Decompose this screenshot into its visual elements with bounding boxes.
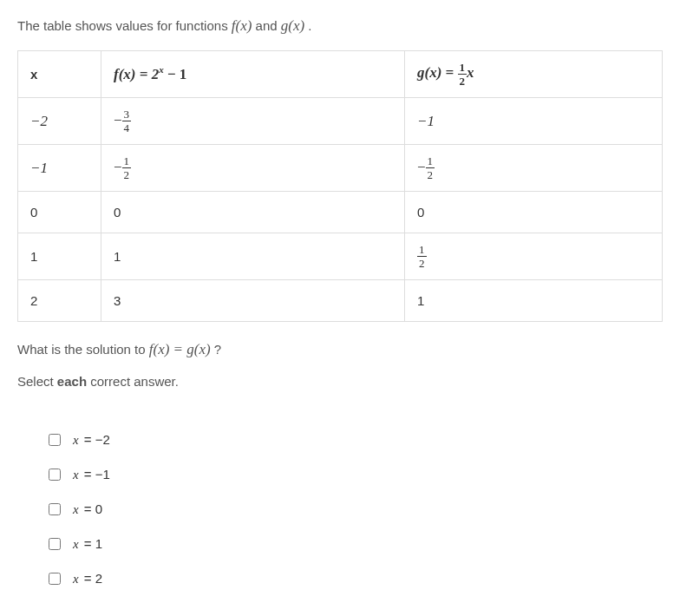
choice-option: x = −1 xyxy=(49,467,663,482)
cell-g: 12 xyxy=(405,233,663,280)
choice-checkbox[interactable] xyxy=(49,503,61,515)
math-gx: g(x) xyxy=(281,17,304,34)
choice-label: x = −2 xyxy=(73,432,110,448)
cell-g: 0 xyxy=(405,192,663,233)
table-row: 2 3 1 xyxy=(18,280,663,322)
choice-option: x = 1 xyxy=(49,536,663,552)
cell-f: 0 xyxy=(101,192,405,233)
cell-x: 1 xyxy=(18,233,101,280)
cell-g: −1 xyxy=(405,98,663,145)
choice-label: x = 0 xyxy=(73,501,102,517)
choice-label: x = −1 xyxy=(73,467,110,482)
table-row: −2 −34 −1 xyxy=(18,98,663,145)
choice-label: x = 1 xyxy=(73,536,102,552)
header-x: x xyxy=(18,51,101,98)
choice-option: x = 0 xyxy=(49,501,663,517)
math-eq: f(x) = g(x) xyxy=(149,341,211,357)
choice-checkbox[interactable] xyxy=(49,469,61,481)
instruction-text: Select each correct answer. xyxy=(17,374,663,389)
cell-x: −1 xyxy=(18,145,101,192)
choice-option: x = 2 xyxy=(49,571,663,587)
math-fx: f(x) xyxy=(232,17,252,34)
intro-text: The table shows values for functions f(x… xyxy=(17,17,663,35)
cell-f: 1 xyxy=(101,233,405,280)
choice-label: x = 2 xyxy=(73,571,102,587)
cell-f: −34 xyxy=(101,98,405,145)
header-fx: f(x) = 2x − 1 xyxy=(101,51,405,98)
cell-f: 3 xyxy=(101,280,405,322)
table-row: −1 −12 −12 xyxy=(18,145,663,192)
question-text: What is the solution to f(x) = g(x) ? xyxy=(17,341,663,358)
values-table: x f(x) = 2x − 1 g(x) = 12x −2 −34 −1 −1 … xyxy=(17,50,663,322)
cell-x: 2 xyxy=(18,280,101,322)
cell-x: −2 xyxy=(18,98,101,145)
choice-option: x = −2 xyxy=(49,432,663,448)
choices-group: x = −2 x = −1 x = 0 x = 1 x = 2 xyxy=(17,432,663,587)
cell-f: −12 xyxy=(101,145,405,192)
cell-x: 0 xyxy=(18,192,101,233)
choice-checkbox[interactable] xyxy=(49,573,61,585)
table-row: 1 1 12 xyxy=(18,233,663,280)
header-gx: g(x) = 12x xyxy=(405,51,663,98)
cell-g: −12 xyxy=(405,145,663,192)
table-row: 0 0 0 xyxy=(18,192,663,233)
choice-checkbox[interactable] xyxy=(49,434,61,446)
choice-checkbox[interactable] xyxy=(49,538,61,550)
cell-g: 1 xyxy=(405,280,663,322)
